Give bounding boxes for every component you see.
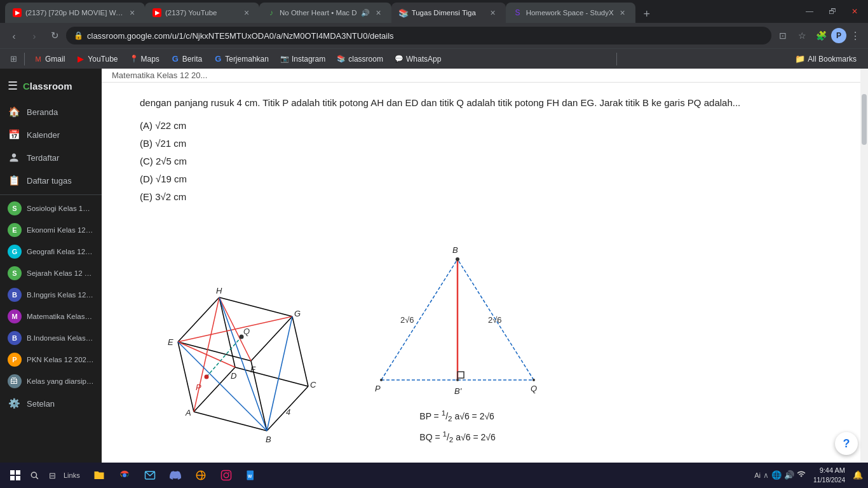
- taskbar-app-browser2[interactable]: [189, 464, 212, 487]
- tab-title-2: (2137) YouTube: [165, 9, 238, 17]
- sidebar-course-pkn[interactable]: P PKN Kelas 12 2024/2...: [0, 349, 102, 370]
- tab-title-5: Homework Space - StudyX: [526, 9, 614, 17]
- taskbar-app-word[interactable]: W: [240, 464, 263, 487]
- tab-close-5[interactable]: ×: [618, 8, 628, 18]
- maximize-button[interactable]: 🗗: [824, 4, 841, 18]
- svg-rect-49: [16, 470, 20, 475]
- bookmark-star[interactable]: ☆: [793, 27, 811, 44]
- bookmark-gmail[interactable]: M Gmail: [29, 53, 70, 65]
- sidebar-header[interactable]: ☰ Classroom: [0, 74, 102, 98]
- formula-bq: BQ = 1/2 a√6 = 2√6: [419, 426, 495, 447]
- svg-line-2: [235, 367, 308, 386]
- menu-button[interactable]: ⋮: [848, 27, 863, 44]
- sidebar-item-beranda[interactable]: 🏠 Beranda: [0, 100, 102, 123]
- svg-text:E: E: [168, 337, 173, 347]
- bookmark-youtube[interactable]: ▶ YouTube: [71, 53, 123, 65]
- tab-close-1[interactable]: ×: [127, 8, 137, 18]
- bookmark-maps[interactable]: 📍 Maps: [125, 53, 165, 65]
- sidebar-divider: [0, 194, 102, 195]
- taskbar-app-instagram[interactable]: [215, 464, 238, 487]
- back-button[interactable]: ‹: [5, 27, 23, 44]
- close-button[interactable]: ✕: [846, 4, 863, 18]
- bookmarks-right-divider: [616, 53, 617, 65]
- sidebar-course-sejarah[interactable]: S Sejarah Kelas 12 202...: [0, 262, 102, 284]
- new-tab-button[interactable]: +: [638, 5, 656, 23]
- svg-point-59: [228, 472, 229, 473]
- triangle-figure: B P B' Q 2√6 2√6: [369, 221, 546, 412]
- address-bar[interactable]: 🔒 classroom.google.com/u/1/c/NjkxNTE5MTU…: [66, 27, 771, 44]
- taskbar-widget-button[interactable]: ⊟: [43, 466, 61, 484]
- classroom-favicon: 📚: [337, 55, 346, 64]
- reload-button[interactable]: ↻: [46, 27, 64, 44]
- answer-option-e: (E) 3√2 cm: [140, 189, 822, 205]
- bookmarks-divider: [24, 53, 25, 65]
- sidebar-course-geografi[interactable]: G Geografi Kelas 12 20...: [0, 241, 102, 262]
- sidebar-item-setelan[interactable]: ⚙️ Setelan: [0, 392, 102, 415]
- svg-text:G: G: [294, 309, 301, 318]
- taskbar-ai[interactable]: Ai: [754, 471, 761, 479]
- bookmark-berita[interactable]: G Berita: [166, 53, 207, 65]
- bookmark-instagram[interactable]: 📷 Instagram: [275, 53, 330, 65]
- tray-up-arrow[interactable]: ∧: [763, 471, 769, 480]
- tab-close-4[interactable]: ×: [488, 8, 498, 18]
- sidebar-item-daftar-tugas[interactable]: 📋 Daftar tugas: [0, 169, 102, 192]
- answer-option-b: (B) √21 cm: [140, 136, 822, 151]
- tab-5[interactable]: S Homework Space - StudyX ×: [506, 3, 635, 23]
- content-body: dengan panjang rusuk 4 cm. Titik P adala…: [102, 83, 860, 488]
- taskbar-app-discord[interactable]: [164, 464, 187, 487]
- svg-text:C: C: [310, 380, 316, 390]
- minimize-button[interactable]: —: [801, 4, 818, 18]
- course-label-bindonesia: B.Indonesia Kelas 12...: [27, 334, 94, 342]
- gmail-favicon: M: [34, 55, 43, 64]
- sidebar-course-ekonomi[interactable]: E Ekonomi Kelas 12 20...: [0, 219, 102, 241]
- scrollbar-track[interactable]: [860, 69, 868, 488]
- tab-3[interactable]: ♪ No Other Heart • Mac D 🔊 ×: [259, 3, 391, 23]
- all-bookmarks-folder[interactable]: 📁 All Bookmarks: [790, 52, 862, 65]
- notification-button[interactable]: 🔔: [853, 470, 863, 480]
- cast-button[interactable]: ⊡: [774, 27, 792, 44]
- course-avatar-matematika: M: [8, 309, 22, 323]
- taskbar-app-mail[interactable]: [139, 464, 161, 487]
- tab-1[interactable]: ▶ (2137) [720p HD MOVIE] Wa... ×: [5, 3, 145, 23]
- enrolled-icon: [8, 151, 20, 164]
- sidebar-course-bindonesia[interactable]: B B.Indonesia Kelas 12...: [0, 327, 102, 349]
- settings-icon: ⚙️: [8, 397, 20, 410]
- svg-text:A: A: [185, 408, 191, 417]
- apps-grid-button[interactable]: ⊞: [6, 52, 20, 66]
- tab-2[interactable]: ▶ (2137) YouTube ×: [145, 3, 259, 23]
- volume-icon[interactable]: 🔊: [784, 470, 794, 480]
- sidebar-item-terdaftar[interactable]: Terdaftar: [0, 146, 102, 169]
- bookmark-classroom[interactable]: 📚 classroom: [332, 53, 388, 65]
- bookmark-whatsapp[interactable]: 💬 WhatsApp: [390, 53, 446, 65]
- cube-figure: 4 A B C D E F G H P Q: [140, 215, 343, 444]
- tasks-icon: 📋: [8, 174, 20, 187]
- tab-favicon-1: ▶: [13, 8, 22, 17]
- help-button[interactable]: ?: [835, 432, 858, 455]
- nav-actions: ⊡ ☆ 🧩 P ⋮: [774, 27, 863, 44]
- forward-button[interactable]: ›: [25, 27, 43, 44]
- svg-line-15: [178, 316, 292, 342]
- taskbar-search-button[interactable]: [25, 466, 43, 484]
- start-button[interactable]: [5, 465, 25, 485]
- extension-button[interactable]: 🧩: [812, 27, 830, 44]
- taskbar-app-file-explorer[interactable]: [88, 464, 111, 487]
- sidebar-item-kalender[interactable]: 📅 Kalender: [0, 123, 102, 146]
- window-controls: — 🗗 ✕: [801, 4, 863, 18]
- profile-button[interactable]: P: [831, 28, 846, 43]
- bookmarks-bar: ⊞ M Gmail ▶ YouTube 📍 Maps G Berita G Te…: [0, 48, 868, 69]
- sidebar-course-binggris[interactable]: B B.Inggris Kelas 12 20...: [0, 284, 102, 306]
- sidebar-course-sosiologi[interactable]: S Sosiologi Kelas 12 20...: [0, 198, 102, 219]
- tab-close-3[interactable]: ×: [374, 8, 384, 18]
- tab-close-2[interactable]: ×: [241, 8, 252, 18]
- hamburger-icon[interactable]: ☰: [8, 79, 18, 93]
- tab-4[interactable]: 📚 Tugas Dimensi Tiga ×: [391, 3, 506, 23]
- bookmark-terjemahkan[interactable]: G Terjemahkan: [208, 53, 274, 65]
- sidebar-course-matematika[interactable]: M Matematika Kelas 12...: [0, 306, 102, 327]
- taskbar-app-chrome[interactable]: [113, 464, 136, 487]
- svg-text:2√6: 2√6: [400, 315, 414, 325]
- course-avatar-bindonesia: B: [8, 331, 22, 345]
- answer-option-a: (A) √22 cm: [140, 118, 822, 133]
- scrollbar-thumb[interactable]: [862, 94, 867, 145]
- maps-favicon: 📍: [130, 55, 139, 64]
- sidebar-course-arsip[interactable]: Kelas yang diarsipka...: [0, 370, 102, 392]
